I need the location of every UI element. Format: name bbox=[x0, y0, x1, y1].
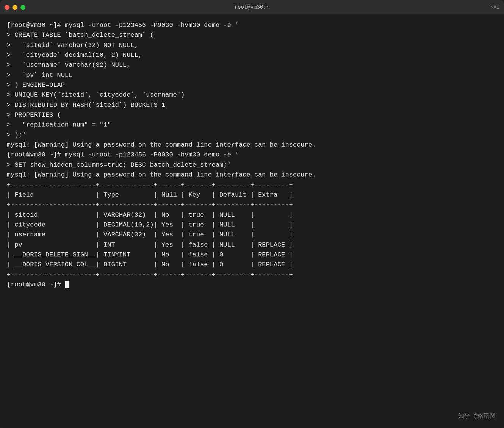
titlebar: root@vm30:~ ⌥⌘1 bbox=[0, 0, 504, 14]
maximize-button[interactable] bbox=[20, 5, 25, 10]
terminal-line-11: > );' bbox=[7, 130, 497, 140]
terminal-line-23: | __DORIS_DELETE_SIGN__| TINYINT | No | … bbox=[7, 250, 497, 260]
terminal-window: root@vm30:~ ⌥⌘1 [root@vm30 ~]# mysql -ur… bbox=[0, 0, 504, 428]
terminal-line-1: > CREATE TABLE `batch_delete_stream` ( bbox=[7, 30, 497, 40]
terminal-line-14: > SET show_hidden_columns=true; DESC bat… bbox=[7, 160, 497, 170]
terminal-line-5: > `pv` int NULL bbox=[7, 70, 497, 80]
terminal-line-15: mysql: [Warning] Using a password on the… bbox=[7, 170, 497, 180]
terminal-line-8: > DISTRIBUTED BY HASH(`siteid`) BUCKETS … bbox=[7, 100, 497, 110]
terminal-line-21: | username | VARCHAR(32) | Yes | true | … bbox=[7, 230, 497, 240]
terminal-line-13: [root@vm30 ~]# mysql -uroot -p123456 -P9… bbox=[7, 150, 497, 160]
minimize-button[interactable] bbox=[13, 5, 17, 10]
terminal-line-12: mysql: [Warning] Using a password on the… bbox=[7, 140, 497, 150]
close-button[interactable] bbox=[5, 5, 9, 10]
terminal-line-2: > `siteid` varchar(32) NOT NULL, bbox=[7, 41, 497, 50]
keyboard-shortcut: ⌥⌘1 bbox=[491, 4, 499, 10]
terminal-body[interactable]: [root@vm30 ~]# mysql -uroot -p123456 -P9… bbox=[0, 14, 504, 428]
terminal-line-3: > `citycode` decimal(10, 2) NULL, bbox=[7, 50, 497, 60]
terminal-line-22: | pv | INT | Yes | false | NULL | REPLAC… bbox=[7, 240, 497, 250]
watermark: 知乎 @格瑞图 bbox=[458, 412, 496, 421]
terminal-line-26: [root@vm30 ~]# bbox=[7, 280, 497, 290]
traffic-lights bbox=[5, 5, 25, 10]
terminal-line-0: [root@vm30 ~]# mysql -uroot -p123456 -P9… bbox=[7, 20, 497, 30]
terminal-line-9: > PROPERTIES ( bbox=[7, 110, 497, 120]
terminal-line-6: > ) ENGINE=OLAP bbox=[7, 80, 497, 90]
terminal-line-7: > UNIQUE KEY(`siteid`, `citycode`, `user… bbox=[7, 90, 497, 100]
terminal-line-24: | __DORIS_VERSION_COL__| BIGINT | No | f… bbox=[7, 260, 497, 270]
terminal-line-19: | siteid | VARCHAR(32) | No | true | NUL… bbox=[7, 210, 497, 220]
terminal-line-10: > "replication_num" = "1" bbox=[7, 120, 497, 130]
terminal-line-4: > `username` varchar(32) NULL, bbox=[7, 60, 497, 70]
cursor bbox=[65, 281, 69, 288]
terminal-line-16: +----------------------+--------------+-… bbox=[7, 180, 497, 190]
window-title: root@vm30:~ bbox=[235, 4, 269, 10]
terminal-line-17: | Field | Type | Null | Key | Default | … bbox=[7, 190, 497, 200]
terminal-line-18: +----------------------+--------------+-… bbox=[7, 200, 497, 210]
terminal-line-20: | citycode | DECIMAL(10,2)| Yes | true |… bbox=[7, 220, 497, 230]
terminal-line-25: +----------------------+--------------+-… bbox=[7, 270, 497, 280]
